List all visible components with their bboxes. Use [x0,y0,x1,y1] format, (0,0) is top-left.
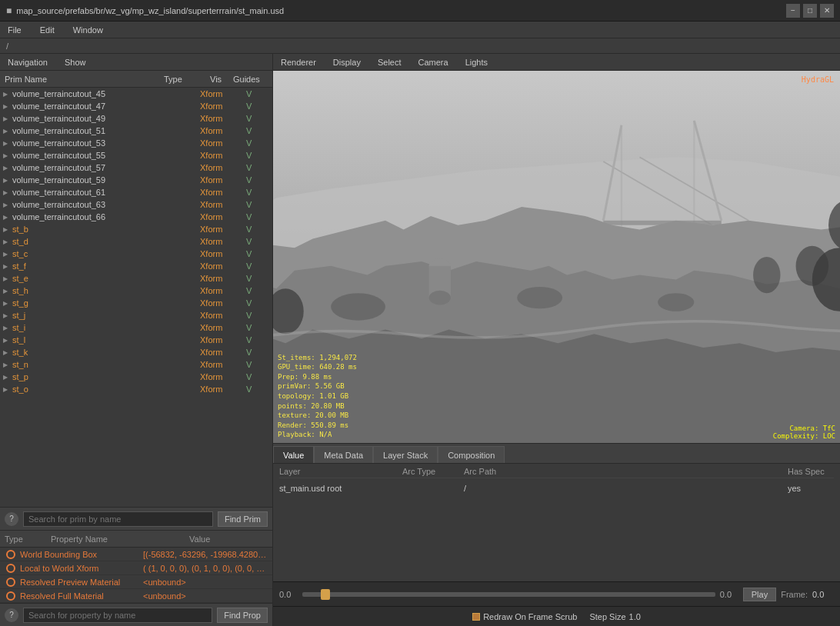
tree-row[interactable]: ▶volume_terraincutout_66XformV [0,211,272,223]
prop-search-help-button[interactable]: ? [5,608,18,622]
menu-file[interactable]: File [5,24,25,36]
tree-item-vis: V [246,261,269,271]
vp-menu-renderer[interactable]: Renderer [278,56,319,68]
nav-item-show[interactable]: Show [62,56,89,68]
timeline-slider-thumb[interactable] [321,589,330,600]
viewport-toolbar: Renderer Display Select Camera Lights [273,54,840,71]
tree-item-vis: V [246,311,269,320]
props-row-name: World Bounding Box [20,550,143,559]
menu-edit[interactable]: Edit [37,24,58,36]
tree-item-vis: V [246,212,269,221]
tree-arrow-icon: ▶ [3,214,12,221]
vp-menu-lights[interactable]: Lights [462,56,491,68]
bottom-panel: Value Meta Data Layer Stack Composition … [273,443,840,581]
tree-item-type: Xform [200,261,246,271]
tree-row[interactable]: ▶st_bXformV [0,223,272,235]
tree-row[interactable]: ▶st_lXformV [0,334,272,346]
props-row[interactable]: Resolved Full Material<unbound> [0,589,272,603]
tree-row[interactable]: ▶volume_terraincutout_49XformV [0,112,272,125]
prop-search-input[interactable] [23,608,212,623]
menubar: File Edit Window [0,22,840,38]
tab-layerstack[interactable]: Layer Stack [373,446,438,463]
props-rows: World Bounding Box[(-56832, -63296, -199… [0,548,272,603]
titlebar: ■ map_source/prefabs/br/wz_vg/mp_wz_isla… [0,0,840,22]
prim-search-help-button[interactable]: ? [5,512,18,526]
timeline: 0.0 0.0 Play Frame: 0.0 [273,581,840,606]
tree-item-vis: V [246,298,269,308]
tree-arrow-icon: ▶ [3,263,12,270]
play-button[interactable]: Play [743,588,776,601]
step-size-value: 1.0 [629,612,641,621]
tree-row[interactable]: ▶st_cXformV [0,248,272,260]
vp-menu-display[interactable]: Display [330,56,364,68]
prim-search-input[interactable] [23,511,213,527]
tree-row[interactable]: ▶st_nXformV [0,358,272,371]
props-search: ? Find Prop [0,603,272,626]
tree-row[interactable]: ▶volume_terraincutout_57XformV [0,161,272,174]
arc-cell-arcpath: / [464,484,788,493]
properties-panel: Type Property Name Value World Bounding … [0,530,272,626]
timeline-slider-track[interactable] [302,592,715,597]
tree-item-vis: V [246,114,269,123]
tree-row[interactable]: ▶st_pXformV [0,371,272,383]
props-row[interactable]: Resolved Preview Material<unbound> [0,575,272,589]
close-button[interactable]: ✕ [820,4,834,18]
tree-row[interactable]: ▶volume_terraincutout_63XformV [0,198,272,211]
col-header-vis: Vis [210,75,233,84]
redraw-checkbox[interactable] [472,613,480,621]
tree-arrow-icon: ▶ [3,275,12,282]
arc-header-hasspec: Has Spec [788,467,834,476]
minimize-button[interactable]: − [786,4,800,18]
tree-row[interactable]: ▶volume_terraincutout_59XformV [0,174,272,186]
tree-row[interactable]: ▶volume_terraincutout_53XformV [0,137,272,149]
tree-item-vis: V [246,274,269,283]
tab-composition[interactable]: Composition [438,446,505,463]
nav-item-navigation[interactable]: Navigation [5,56,51,68]
vp-menu-select[interactable]: Select [375,56,405,68]
tree-row[interactable]: ▶st_hXformV [0,285,272,297]
titlebar-title: map_source/prefabs/br/wz_vg/mp_wz_island… [16,6,284,15]
tree-arrow-icon: ▶ [3,177,12,184]
tree-item-vis: V [246,249,269,258]
tree-row[interactable]: ▶st_iXformV [0,321,272,334]
find-prop-button[interactable]: Find Prop [217,608,268,623]
vp-menu-camera[interactable]: Camera [415,56,452,68]
tree-row[interactable]: ▶st_oXformV [0,383,272,395]
titlebar-left: ■ map_source/prefabs/br/wz_vg/mp_wz_isla… [6,5,284,16]
svg-point-17 [753,257,780,293]
tree-item-type: Xform [200,311,246,320]
tab-metadata[interactable]: Meta Data [314,446,373,463]
tree-row[interactable]: ▶st_gXformV [0,297,272,309]
tree-arrow-icon: ▶ [3,312,12,319]
tree-item-vis: V [246,126,269,135]
tree-row[interactable]: ▶st_fXformV [0,260,272,272]
tree-item-name: st_g [12,298,200,308]
tree-item-type: Xform [200,274,246,283]
tree-row[interactable]: ▶st_eXformV [0,272,272,285]
tree-item-type: Xform [200,200,246,209]
props-row[interactable]: Local to World Xform( (1, 0, 0, 0), (0, … [0,561,272,575]
tree-row[interactable]: ▶volume_terraincutout_45XformV [0,88,272,100]
frame-value: 0.0 [812,590,834,599]
tree-item-vis: V [246,89,269,98]
arc-table-row[interactable]: st_main.usd root/yes [279,481,834,495]
tree-row[interactable]: ▶volume_terraincutout_51XformV [0,125,272,137]
left-toolbar: Navigation Show [0,54,272,71]
tree-row[interactable]: ▶st_dXformV [0,235,272,248]
tab-value[interactable]: Value [273,446,314,463]
tree-row[interactable]: ▶volume_terraincutout_47XformV [0,100,272,112]
tree-row[interactable]: ▶st_jXformV [0,309,272,321]
col-header-prim: Prim Name [5,75,164,84]
menu-window[interactable]: Window [70,24,106,36]
tree-row[interactable]: ▶volume_terraincutout_61XformV [0,186,272,198]
tree-row[interactable]: ▶st_kXformV [0,346,272,358]
tree-row[interactable]: ▶volume_terraincutout_55XformV [0,149,272,161]
viewport[interactable]: St_items: 1,294,072 GPU_time: 640.28 ms … [273,71,840,443]
props-row[interactable]: World Bounding Box[(-56832, -63296, -199… [0,548,272,561]
maximize-button[interactable]: □ [803,4,817,18]
viewport-complexity: Camera: TfCComplexity: LOC [773,425,835,440]
props-type-icon [5,576,17,588]
tree-item-type: Xform [200,89,246,98]
hydra-renderer-label: HydraGL [802,75,834,84]
find-prim-button[interactable]: Find Prim [218,511,268,527]
